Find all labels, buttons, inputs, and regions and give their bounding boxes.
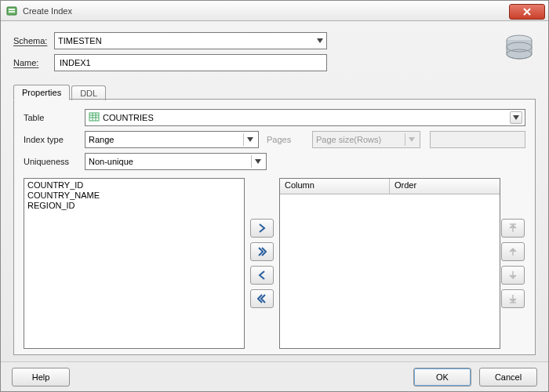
index-type-label: Index type — [24, 135, 85, 144]
chevron-right-icon — [257, 223, 267, 233]
tab-properties-label: Properties — [22, 88, 61, 97]
cancel-button[interactable]: Cancel — [479, 368, 537, 387]
page-size-value: Page size(Rows) — [316, 135, 381, 144]
name-label: Name: — [13, 58, 54, 67]
index-type-select[interactable]: Range — [85, 131, 259, 148]
available-columns-list[interactable]: COUNTRY_ID COUNTRY_NAME REGION_ID — [24, 178, 245, 349]
table-value: COUNTRIES — [103, 113, 154, 122]
titlebar: Create Index — [1, 1, 548, 21]
name-field-wrap — [54, 54, 327, 71]
move-all-right-button[interactable] — [250, 242, 274, 261]
double-chevron-right-icon — [257, 247, 267, 256]
arrow-bottom-icon — [508, 294, 518, 303]
list-item[interactable]: COUNTRY_NAME — [26, 191, 242, 201]
chevron-down-icon — [251, 155, 264, 168]
page-size-select: Page size(Rows) — [312, 131, 420, 148]
table-select[interactable]: COUNTRIES — [85, 109, 525, 126]
move-up-button[interactable] — [501, 242, 525, 261]
uniqueness-select[interactable]: Non-unique — [85, 153, 267, 170]
svg-rect-6 — [89, 113, 99, 121]
arrow-down-icon — [508, 270, 518, 280]
properties-panel: Table COUNTRIES Index type Range — [13, 100, 536, 355]
ok-button[interactable]: OK — [413, 368, 471, 387]
move-all-left-button[interactable] — [250, 289, 274, 308]
name-input[interactable] — [58, 55, 323, 71]
list-item[interactable]: COUNTRY_ID — [26, 180, 242, 191]
double-chevron-left-icon — [257, 294, 267, 303]
svg-rect-2 — [9, 11, 15, 13]
tab-strip: Properties DDL — [13, 82, 536, 100]
tab-properties[interactable]: Properties — [13, 85, 70, 100]
move-top-button[interactable] — [501, 219, 525, 238]
list-item[interactable]: REGION_ID — [26, 201, 242, 211]
uniqueness-label: Uniqueness — [24, 157, 85, 166]
content-area: Schema: TIMESTEN Name: Properties DDL Ta… — [1, 21, 548, 361]
order-header: Order — [390, 179, 500, 194]
chevron-down-icon — [510, 111, 522, 124]
move-right-button[interactable] — [250, 219, 274, 238]
help-label: Help — [32, 372, 50, 382]
cancel-label: Cancel — [495, 372, 522, 382]
selected-columns-grid[interactable]: Column Order — [279, 178, 500, 349]
footer: Help OK Cancel — [1, 361, 548, 391]
close-icon — [523, 8, 531, 16]
schema-select[interactable]: TIMESTEN — [54, 32, 327, 49]
help-button[interactable]: Help — [12, 368, 70, 387]
move-bottom-button[interactable] — [501, 289, 525, 308]
move-left-button[interactable] — [250, 266, 274, 285]
chevron-down-icon — [405, 133, 417, 146]
table-label: Table — [24, 113, 85, 122]
arrow-top-icon — [508, 223, 518, 233]
chevron-down-icon — [317, 38, 323, 43]
schema-label: Schema: — [13, 36, 54, 45]
svg-rect-1 — [9, 9, 15, 10]
index-type-value: Range — [89, 135, 114, 144]
pages-readonly-box — [430, 131, 525, 148]
create-index-dialog: Create Index Schema: TIMESTEN Name: — [0, 0, 549, 392]
table-icon — [89, 111, 100, 124]
chevron-left-icon — [257, 270, 267, 280]
uniqueness-value: Non-unique — [89, 157, 133, 166]
app-icon — [5, 5, 18, 17]
arrow-up-icon — [508, 247, 518, 256]
move-down-button[interactable] — [501, 266, 525, 285]
close-button[interactable] — [509, 4, 545, 20]
column-header: Column — [280, 179, 390, 194]
tab-ddl-label: DDL — [80, 89, 97, 98]
pages-label: Pages — [267, 135, 312, 144]
title-text: Create Index — [23, 6, 509, 16]
database-icon — [503, 32, 536, 65]
chevron-down-icon — [243, 133, 256, 146]
ok-label: OK — [436, 372, 449, 382]
grid-body — [280, 194, 500, 348]
schema-value: TIMESTEN — [58, 36, 102, 45]
